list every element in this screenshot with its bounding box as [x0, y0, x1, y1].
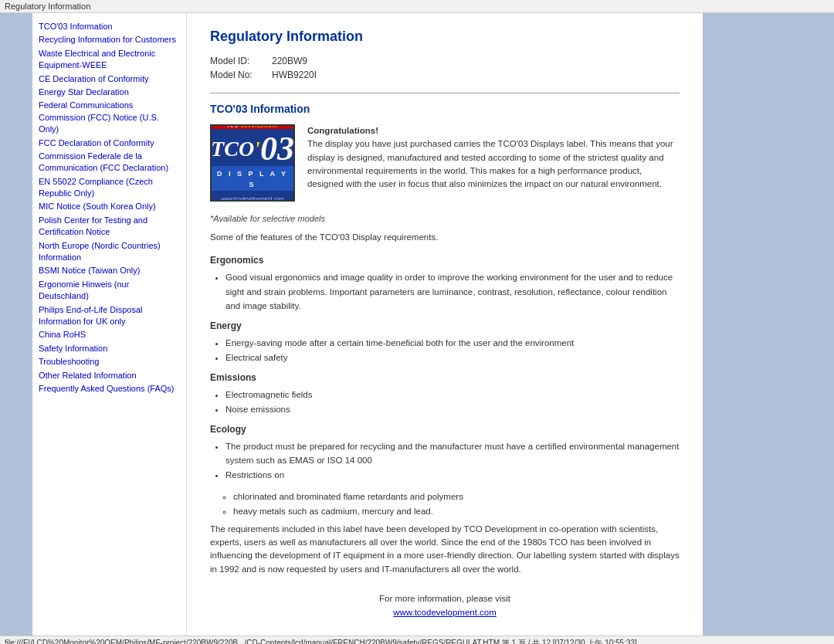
sub-bullet-item: heavy metals such as cadmium, mercury an… — [233, 504, 680, 518]
sections-container: ErgonomicsGood visual ergonomics and ima… — [210, 255, 680, 518]
bullet-item: Electromagnetic fields — [225, 388, 680, 402]
model-no-row: Model No: HWB9220I — [210, 69, 680, 80]
footer-text: For more information, please visit — [379, 594, 510, 603]
tco-congratulations: Congratulations! The display you have ju… — [307, 124, 680, 191]
tco-url: www.tcodevelopment.com — [221, 196, 283, 202]
sidebar-item-fcc[interactable]: Federal Communications Commission (FCC) … — [39, 100, 180, 135]
sidebar-item-ergonomie[interactable]: Ergonomie Hinweis (nur Deutschland) — [39, 279, 180, 303]
tco-box: TCO development TCO ' 03 D I S P L A Y S… — [210, 124, 680, 202]
footer-link[interactable]: www.tcodevelopment.com — [393, 608, 497, 617]
model-no-value: HWB9220I — [272, 69, 317, 80]
sidebar-item-china-rohs[interactable]: China RoHS — [39, 329, 180, 341]
left-panel — [0, 13, 32, 636]
right-panel — [703, 13, 834, 636]
section-list-2: Electromagnetic fieldsNoise emissions — [225, 388, 680, 416]
model-info: Model ID: 220BW9 Model No: HWB9220I — [210, 56, 680, 80]
titlebar: Regulatory Information — [0, 0, 834, 13]
sidebar-item-commission-federale[interactable]: Commission Federale de la Communication … — [39, 151, 180, 175]
sidebar-item-tco03[interactable]: TCO'03 Information — [39, 21, 180, 32]
feature-intro: Some of the features of the TCO'03 Displ… — [210, 231, 680, 244]
sidebar-item-other[interactable]: Other Related Information — [39, 370, 180, 381]
sidebar-item-safety[interactable]: Safety Information — [39, 343, 180, 354]
main-content: Regulatory Information Model ID: 220BW9 … — [187, 13, 703, 636]
bullet-item: Electrical safety — [225, 351, 680, 364]
sidebar-item-philips[interactable]: Philips End-of-Life Disposal Information… — [39, 304, 180, 328]
bottom-bar-text: file:///E|/LCD%20Monitor%20OEM/Philips/M… — [5, 639, 637, 644]
sidebar-item-fcc-conformity[interactable]: FCC Declaration of Conformity — [39, 137, 180, 149]
bullet-item: Energy-saving mode after a certain time-… — [225, 336, 680, 350]
tco-body: The requirements included in this label … — [210, 523, 680, 576]
section-heading-0: Ergonomics — [210, 255, 680, 266]
sidebar-item-mic[interactable]: MIC Notice (South Korea Only) — [39, 201, 180, 212]
sub-bullet-item: chlorinated and brominated flame retarda… — [233, 490, 680, 503]
sidebar-item-bsmi[interactable]: BSMI Notice (Taiwan Only) — [39, 265, 180, 276]
titlebar-text: Regulatory Information — [5, 2, 90, 11]
bullet-item: The product must be prepared for recycli… — [225, 439, 680, 468]
section-list-3: The product must be prepared for recycli… — [225, 439, 680, 482]
tco-displays: D I S P L A Y S — [217, 170, 288, 188]
divider — [210, 93, 680, 93]
model-id-label: Model ID: — [210, 56, 272, 66]
section-heading-3: Ecology — [210, 424, 680, 435]
bullet-item: Good visual ergonomics and image quality… — [225, 270, 680, 313]
tco-footer: For more information, please visit www.t… — [210, 591, 680, 620]
bullet-item: Noise emissions — [225, 402, 680, 416]
model-id-value: 220BW9 — [272, 56, 307, 66]
italic-note: *Available for selective models — [210, 214, 680, 223]
sidebar-item-polish[interactable]: Polish Center for Testing and Certificat… — [39, 215, 180, 239]
sidebar-item-recycling[interactable]: Recycling Information for Customers — [39, 34, 180, 46]
bullet-item: Restrictions on — [225, 468, 680, 482]
section-heading-1: Energy — [210, 320, 680, 331]
sidebar-item-weee[interactable]: Waste Electrical and Electronic Equipmen… — [39, 48, 180, 72]
section-heading-2: Emissions — [210, 372, 680, 383]
sidebar-item-north-europe[interactable]: North Europe (Nordic Countries) Informat… — [39, 240, 180, 264]
sub-list-3: chlorinated and brominated flame retarda… — [233, 490, 680, 518]
model-id-row: Model ID: 220BW9 — [210, 56, 680, 66]
sidebar-item-en55022[interactable]: EN 55022 Compliance (Czech Republic Only… — [39, 176, 180, 200]
tco-section-title: TCO'03 Information — [210, 103, 680, 115]
congratulations-text: The display you have just purchased carr… — [307, 139, 673, 188]
page-title: Regulatory Information — [210, 29, 680, 45]
section-list-1: Energy-saving mode after a certain time-… — [225, 336, 680, 364]
bottom-bar: file:///E|/LCD%20Monitor%20OEM/Philips/M… — [0, 636, 834, 644]
section-list-0: Good visual ergonomics and image quality… — [225, 270, 680, 313]
tco-logo: TCO development TCO ' 03 D I S P L A Y S… — [210, 124, 295, 202]
sidebar-item-ce[interactable]: CE Declaration of Conformity — [39, 73, 180, 85]
model-no-label: Model No: — [210, 69, 272, 80]
sidebar-item-faq[interactable]: Frequently Asked Questions (FAQs) — [39, 383, 180, 395]
sidebar-item-energy-star[interactable]: Energy Star Declaration — [39, 86, 180, 98]
sidebar-item-troubleshooting[interactable]: Troubleshooting — [39, 356, 180, 368]
congratulations-heading: Congratulations! — [307, 126, 378, 135]
sidebar: TCO'03 InformationRecycling Information … — [32, 13, 187, 636]
